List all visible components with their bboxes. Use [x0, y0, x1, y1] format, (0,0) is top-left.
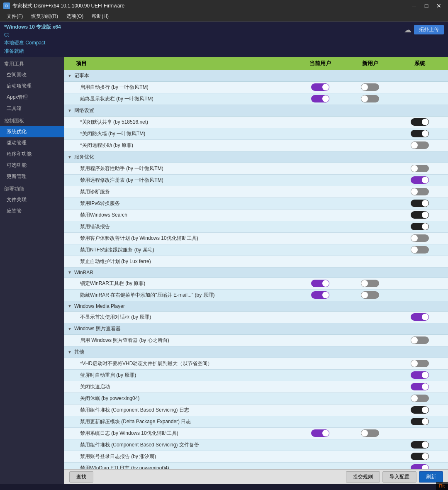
app-icon: D [3, 2, 10, 9]
toggle[interactable] [411, 223, 429, 230]
cloud-icon: ☁ [404, 25, 411, 34]
row-label: 关闭快速启动 [68, 383, 295, 390]
toggle[interactable] [361, 95, 379, 102]
system-toggle-cell [395, 165, 445, 172]
current-user-toggle-cell [295, 83, 345, 91]
sidebar-item-driver[interactable]: 驱动管理 [0, 137, 64, 149]
sidebar-item-programs[interactable]: 程序和功能 [0, 149, 64, 160]
sidebar-item-optional-features[interactable]: 可选功能 [0, 160, 64, 171]
sidebar-item-update[interactable]: 更新管理 [0, 171, 64, 182]
toggle[interactable] [411, 313, 429, 321]
toggle[interactable] [411, 141, 429, 149]
toggle[interactable] [411, 441, 429, 449]
toggle[interactable] [411, 234, 429, 242]
maximize-button[interactable]: □ [421, 0, 432, 12]
system-toggle-cell [395, 188, 445, 195]
sidebar-item-appx[interactable]: Appx管理 [0, 92, 64, 103]
toggle[interactable] [411, 200, 429, 207]
system-toggle-cell [395, 211, 445, 219]
menu-help[interactable]: 帮助(H) [88, 12, 112, 21]
section-header[interactable]: ▼网络设置 [64, 105, 448, 117]
sidebar-item-space-cleanup[interactable]: 空间回收 [0, 69, 64, 80]
menu-options[interactable]: 选项(O) [63, 12, 87, 21]
minimize-button[interactable]: ─ [408, 0, 420, 12]
sidebar-item-startup[interactable]: 启动项管理 [0, 80, 64, 92]
search-button[interactable]: 查找 [69, 471, 93, 483]
section-collapse-icon: ▼ [68, 155, 72, 159]
import-config-button[interactable]: 导入配置 [382, 471, 416, 483]
section-collapse-icon: ▼ [68, 108, 72, 113]
toggle[interactable] [361, 429, 379, 437]
sidebar-item-system-optimize[interactable]: 系统优化 [0, 126, 64, 137]
section-header[interactable]: ▼其他 [64, 346, 448, 358]
current-user-toggle-cell [295, 95, 345, 102]
menu-file[interactable]: 文件(F) [3, 12, 26, 21]
toggle[interactable] [411, 360, 429, 367]
toggle[interactable] [411, 371, 429, 379]
section-header[interactable]: ▼记事本 [64, 70, 448, 82]
toggle[interactable] [311, 429, 329, 437]
toggle[interactable] [411, 395, 429, 402]
section-header[interactable]: ▼服务优化 [64, 151, 448, 163]
sidebar-item-file-assoc[interactable]: 文件关联 [0, 194, 64, 205]
submit-rules-button[interactable]: 提交规则 [346, 471, 380, 483]
upload-button[interactable]: 拓扑上传 [414, 25, 444, 34]
section-header[interactable]: ▼Windows Media Player [64, 301, 448, 312]
sidebar-item-answer[interactable]: 应答管 [0, 205, 64, 217]
sidebar-item-toolbox[interactable]: 工具箱 [0, 103, 64, 114]
toggle[interactable] [411, 176, 429, 184]
toggle[interactable] [411, 118, 429, 126]
row-label: *关闭远程协助 (by 原罪) [68, 142, 295, 149]
table-body: ▼记事本启用自动换行 (by 一叶微风TM)始终显示状态栏 (by 一叶微风TM… [64, 70, 448, 469]
table-row: 禁用组件堆栈 (Component Based Servicing) 文件备份 [64, 439, 448, 451]
toggle[interactable] [411, 418, 429, 425]
row-label: 禁用Windows Search [68, 212, 295, 219]
section-title: Windows Media Player [74, 303, 125, 309]
new-user-toggle-cell [345, 291, 395, 299]
col-header-new: 新用户 [345, 60, 395, 67]
watermark-text: Rit [439, 483, 445, 484]
toggle[interactable] [411, 211, 429, 219]
table-row: 禁用系统日志 (by Windows 10优化辅助工具) [64, 428, 448, 439]
toggle[interactable] [411, 383, 429, 390]
toggle[interactable] [311, 95, 329, 102]
toggle[interactable] [361, 83, 379, 91]
toggle[interactable] [411, 453, 429, 460]
system-toggle-cell [395, 441, 445, 449]
section-header[interactable]: ▼WinRAR [64, 268, 448, 278]
main-layout: 常用工具 空间回收 启动项管理 Appx管理 工具箱 控制面板 系统优化 驱动管… [0, 57, 448, 484]
toggle[interactable] [411, 188, 429, 195]
menu-restore[interactable]: 恢复功能(R) [28, 12, 61, 21]
toggle[interactable] [411, 246, 429, 254]
window-controls: ─ □ ✕ [408, 0, 445, 12]
section-header[interactable]: ▼Windows 照片查看器 [64, 323, 448, 335]
refresh-button[interactable]: 刷新 [419, 471, 443, 483]
toggle[interactable] [411, 336, 429, 344]
row-label: 禁用组件堆栈 (Component Based Servicing) 文件备份 [68, 441, 295, 449]
toggle[interactable] [311, 291, 329, 299]
toggle[interactable] [361, 280, 379, 287]
section-collapse-icon: ▼ [68, 327, 72, 331]
close-button[interactable]: ✕ [433, 0, 445, 12]
row-label: 不显示首次使用对话框 (by 原罪) [68, 314, 295, 321]
table-row: 禁止自动维护计划 (by Lux ferre) [64, 256, 448, 268]
table-row: 禁用客户体验改善计划 (by Windows 10优化辅助工具) [64, 233, 448, 244]
toggle[interactable] [311, 83, 329, 91]
table-row: *关闭远程协助 (by 原罪) [64, 140, 448, 151]
system-toggle-cell [395, 246, 445, 254]
table-row: *关闭默认共享 (by 518516.net) [64, 117, 448, 128]
toggle[interactable] [361, 291, 379, 299]
toggle[interactable] [411, 406, 429, 414]
sidebar-section-deploy: 部署功能 [0, 182, 64, 194]
table-row: 关闭快速启动 [64, 381, 448, 393]
toggle[interactable] [311, 280, 329, 287]
toggle[interactable] [411, 130, 429, 137]
current-user-toggle-cell [295, 280, 345, 287]
system-toggle-cell [395, 176, 445, 184]
table-row: 禁用WfpDiag.ETL日志 (by powerxing04) [64, 463, 448, 469]
toggle[interactable] [411, 464, 429, 469]
system-toggle-cell [395, 223, 445, 230]
toggle[interactable] [411, 165, 429, 172]
row-label: 禁用客户体验改善计划 (by Windows 10优化辅助工具) [68, 235, 295, 242]
row-label: *VHD启动时不要将VHD动态文件扩展到最大（以节省空间） [68, 360, 295, 367]
